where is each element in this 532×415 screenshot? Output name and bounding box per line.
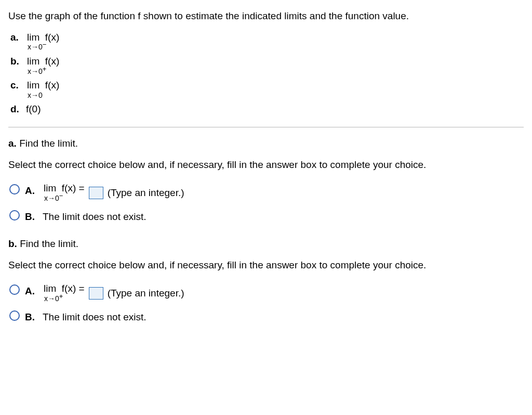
- choice-a-limit: lim f(x) = x→0+: [44, 283, 85, 303]
- lim-approach: x→0: [28, 91, 43, 99]
- part-b-limit: lim f(x) x→0+: [27, 56, 59, 75]
- section-b-heading-bold: b.: [8, 238, 17, 249]
- section-a-instruction: Select the correct choice below and, if …: [8, 158, 524, 172]
- part-c-label: c.: [10, 79, 21, 93]
- lim-fx-eq: f(x) =: [62, 283, 85, 294]
- part-d-label: d.: [10, 102, 21, 116]
- part-c: c. lim f(x) x→0: [10, 79, 524, 99]
- answer-hint: (Type an integer.): [108, 287, 184, 301]
- lim-fx: f(x): [45, 56, 59, 67]
- part-a: a. lim f(x) x→0−: [10, 31, 524, 51]
- lim-side: +: [59, 292, 63, 300]
- section-b-instruction: Select the correct choice below and, if …: [8, 258, 524, 273]
- problem-intro: Use the graph of the function f shown to…: [8, 9, 524, 23]
- lim-approach: x→0: [28, 43, 43, 51]
- radio-button[interactable]: [9, 284, 20, 295]
- lim-word: lim: [27, 56, 39, 67]
- part-d-text: f(0): [26, 102, 41, 116]
- part-a-limit: lim f(x) x→0−: [27, 32, 59, 51]
- choice-letter: A.: [25, 183, 37, 198]
- lim-side: +: [43, 65, 47, 73]
- section-b-heading: b. Find the limit.: [8, 237, 524, 251]
- radio-button[interactable]: [9, 210, 20, 221]
- part-c-limit: lim f(x) x→0: [27, 80, 59, 99]
- section-a: a. Find the limit. Select the correct ch…: [8, 137, 524, 224]
- lim-side: −: [59, 192, 63, 200]
- section-b-choice-b: B. The limit does not exist.: [9, 309, 524, 325]
- answer-hint: (Type an integer.): [108, 186, 184, 200]
- radio-button[interactable]: [9, 184, 20, 194]
- lim-approach: x→0: [28, 67, 43, 75]
- part-d: d. f(0): [10, 102, 524, 116]
- answer-input[interactable]: [89, 187, 103, 199]
- lim-word: lim: [27, 80, 39, 90]
- choice-a-limit: lim f(x) = x→0−: [44, 183, 85, 202]
- section-b-heading-rest: Find the limit.: [17, 238, 78, 249]
- lim-word: lim: [44, 283, 56, 294]
- section-b: b. Find the limit. Select the correct ch…: [8, 237, 524, 324]
- section-a-heading-bold: a.: [8, 138, 17, 149]
- lim-side: −: [43, 41, 47, 48]
- radio-button[interactable]: [9, 310, 20, 321]
- lim-approach: x→0: [44, 294, 59, 303]
- parts-list: a. lim f(x) x→0− b. lim f(x) x→: [10, 31, 524, 116]
- part-b-label: b.: [10, 55, 21, 69]
- lim-approach: x→0: [44, 194, 59, 202]
- choice-b-text: The limit does not exist.: [43, 209, 147, 224]
- choice-letter: A.: [25, 283, 37, 299]
- part-a-label: a.: [10, 31, 21, 45]
- choice-letter: B.: [25, 309, 37, 325]
- lim-word: lim: [27, 32, 39, 43]
- part-b: b. lim f(x) x→0+: [10, 55, 524, 75]
- section-a-heading: a. Find the limit.: [8, 137, 524, 151]
- section-a-choice-a: A. lim f(x) = x→0− (Type an integer.): [9, 183, 524, 202]
- section-a-heading-rest: Find the limit.: [17, 138, 78, 149]
- section-a-choice-b: B. The limit does not exist.: [9, 209, 524, 224]
- lim-fx: f(x): [45, 80, 59, 90]
- answer-input[interactable]: [89, 287, 103, 300]
- lim-word: lim: [44, 183, 56, 193]
- choice-b-text: The limit does not exist.: [43, 309, 147, 325]
- lim-fx-eq: f(x) =: [62, 183, 85, 193]
- lim-fx: f(x): [45, 32, 59, 43]
- section-b-choice-a: A. lim f(x) = x→0+ (Type an integer.): [9, 283, 524, 303]
- divider: [8, 127, 524, 127]
- choice-letter: B.: [25, 209, 37, 224]
